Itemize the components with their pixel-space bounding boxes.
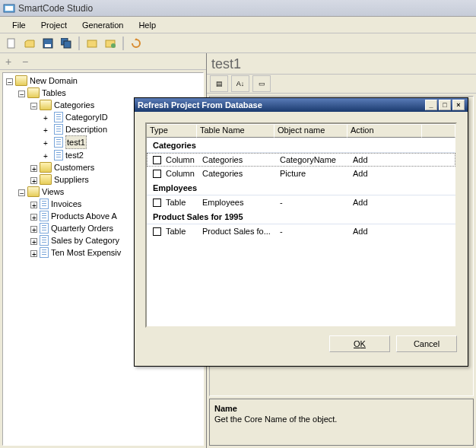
cell-type: Table	[166, 227, 202, 236]
tree-categories[interactable]: Categories	[54, 99, 94, 111]
header-type[interactable]: Type	[147, 124, 197, 138]
menu-help[interactable]: Help	[131, 19, 163, 31]
close-icon[interactable]: ×	[452, 100, 465, 110]
expander-icon[interactable]	[18, 189, 25, 196]
folder-icon	[27, 186, 40, 197]
new-icon[interactable]	[3, 35, 20, 52]
dialog-titlebar[interactable]: Refresh Project From Database _ □ ×	[135, 98, 468, 112]
cell-table: Categories	[202, 155, 280, 164]
expander-icon[interactable]	[30, 226, 37, 233]
view-icon	[40, 223, 49, 234]
changes-listview[interactable]: Type Table Name Object name Action Categ…	[145, 122, 457, 328]
expander-icon[interactable]	[30, 202, 37, 208]
header-action[interactable]: Action	[347, 124, 422, 138]
folder-a-icon[interactable]	[84, 35, 100, 52]
tree-item[interactable]: Description	[65, 123, 107, 135]
header-object[interactable]: Object name	[274, 124, 347, 138]
menu-generation[interactable]: Generation	[75, 19, 131, 31]
list-row[interactable]: ColumnCategoriesCategoryNameAdd	[147, 153, 455, 167]
saveall-icon[interactable]	[58, 35, 75, 52]
cell-action: Add	[353, 227, 427, 236]
checkbox[interactable]	[153, 199, 161, 207]
tree-item[interactable]: Sales by Category	[51, 234, 119, 246]
detail-toolbar: ▤ A↓ ▭	[207, 74, 476, 94]
app-icon	[3, 2, 15, 14]
header-pad	[422, 124, 455, 138]
tree-item[interactable]: Suppliers	[54, 173, 89, 186]
ok-button[interactable]: OK	[329, 335, 390, 352]
sort-az-icon[interactable]: A↓	[231, 75, 249, 92]
refresh-icon[interactable]	[128, 35, 144, 52]
folder-b-icon[interactable]	[102, 35, 119, 52]
left-pane-header: + −	[0, 53, 206, 70]
view-icon	[40, 199, 49, 209]
list-row[interactable]: ColumnCategoriesPictureAdd	[147, 167, 455, 180]
cancel-button[interactable]: Cancel	[396, 335, 457, 352]
expander-icon[interactable]	[30, 214, 37, 221]
expander-icon[interactable]	[18, 91, 25, 97]
column-icon	[54, 112, 63, 122]
checkbox[interactable]	[153, 227, 161, 236]
folder-icon	[40, 162, 52, 173]
column-icon	[54, 137, 63, 148]
property-name-label: Name	[214, 404, 468, 413]
cell-type: Column	[166, 155, 202, 164]
props-icon[interactable]: ▭	[252, 75, 271, 92]
property-description: Name Get the Core Name of the object.	[209, 399, 474, 446]
svg-rect-4	[45, 44, 51, 47]
categorized-icon[interactable]: ▤	[210, 75, 228, 92]
tree-item[interactable]: Customers	[54, 161, 94, 173]
cell-table: Categories	[202, 169, 280, 178]
cell-type: Table	[166, 198, 202, 207]
cell-object: CategoryName	[280, 155, 353, 164]
expander-icon[interactable]	[30, 238, 37, 245]
list-group: Product Sales for 1995	[147, 209, 455, 224]
svg-rect-1	[5, 6, 13, 11]
menu-file[interactable]: File	[5, 19, 33, 31]
checkbox[interactable]	[153, 156, 161, 164]
view-icon	[40, 211, 49, 221]
tree-tables[interactable]: Tables	[42, 87, 66, 99]
maximize-icon[interactable]: □	[439, 100, 451, 110]
expander-icon[interactable]	[6, 78, 13, 85]
checkbox[interactable]	[153, 170, 161, 178]
cell-table: Employees	[202, 198, 280, 207]
cell-type: Column	[166, 169, 202, 178]
cell-object: -	[280, 198, 353, 207]
listview-header: Type Table Name Object name Action	[147, 124, 455, 138]
add-icon[interactable]: +	[2, 55, 15, 68]
expander-icon[interactable]	[30, 103, 37, 110]
save-icon[interactable]	[40, 35, 56, 52]
list-group: Categories	[147, 138, 455, 153]
header-table[interactable]: Table Name	[197, 124, 274, 138]
expander-icon[interactable]	[30, 177, 37, 184]
tree-views[interactable]: Views	[42, 186, 64, 198]
expander-icon[interactable]	[30, 250, 37, 257]
list-row[interactable]: TableProduct Sales fo...-Add	[147, 224, 455, 238]
tree-item-selected[interactable]: test1	[65, 135, 87, 149]
tree-root[interactable]: New Domain	[30, 75, 78, 87]
folder-icon	[40, 100, 52, 110]
open-icon[interactable]	[21, 35, 38, 52]
database-icon	[15, 75, 27, 86]
tree-item[interactable]: CategoryID	[65, 111, 108, 123]
remove-icon[interactable]: −	[18, 55, 32, 68]
tree-item[interactable]: Invoices	[51, 198, 81, 210]
title-bar: SmartCode Studio	[0, 0, 476, 17]
list-group: Employees	[147, 180, 455, 195]
tree-item[interactable]: Quarterly Orders	[51, 222, 113, 234]
refresh-dialog: Refresh Project From Database _ □ × Type…	[134, 97, 468, 367]
svg-rect-2	[8, 39, 14, 48]
expander-icon[interactable]	[30, 165, 37, 172]
detail-title: test1	[207, 53, 476, 74]
tree-item[interactable]: Products Above A	[51, 210, 117, 222]
tree-item[interactable]: test2	[65, 149, 84, 161]
minimize-icon[interactable]: _	[425, 100, 437, 110]
cell-table: Product Sales fo...	[202, 227, 280, 236]
tree-item[interactable]: Ten Most Expensiv	[51, 246, 121, 259]
app-title: SmartCode Studio	[18, 3, 93, 14]
menu-project[interactable]: Project	[33, 19, 75, 31]
view-icon	[40, 247, 49, 258]
svg-rect-6	[64, 41, 71, 48]
list-row[interactable]: TableEmployees-Add	[147, 195, 455, 209]
